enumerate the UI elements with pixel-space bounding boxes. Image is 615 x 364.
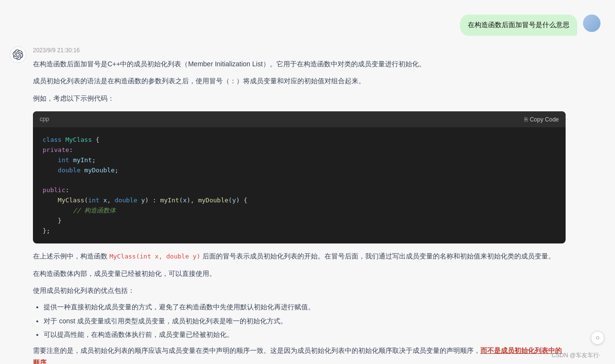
ai-message-row: 2023/9/9 21:30:16 在构造函数后面加冒号是C++中的成员初始化列…: [0, 41, 615, 364]
ai-timestamp: 2023/9/9 21:30:16: [33, 46, 566, 55]
user-message-row: 在构造函数后面加冒号是什么意思: [0, 10, 615, 41]
ai-text: 在构造函数后面加冒号是C++中的成员初始化列表（Member Initializ…: [33, 58, 566, 364]
benefit-item-2: 对于 const 成员变量或引用类型成员变量，成员初始化列表是唯一的初始化方式。: [44, 316, 566, 327]
user-avatar-image: [583, 15, 600, 32]
p7-pre: 需要注意的是，成员初始化列表的顺序应该与成员变量在类中声明的顺序一致。这是因为成…: [33, 347, 480, 354]
ai-paragraph-7: 需要注意的是，成员初始化列表的顺序应该与成员变量在类中声明的顺序一致。这是因为成…: [33, 345, 566, 364]
p4-pre: 在上述示例中，构造函数: [33, 252, 108, 260]
copy-code-button[interactable]: ⎘ Copy Code: [524, 116, 559, 123]
ai-paragraph-3: 例如，考虑以下示例代码：: [33, 92, 566, 105]
user-avatar: [583, 15, 600, 32]
bottom-bar: CSDN @车友车行·: [537, 347, 615, 364]
code-content: class MyClass { private: int myInt; doub…: [33, 127, 566, 243]
scroll-down-icon: ○: [596, 332, 600, 344]
brand-label: CSDN @车友车行·: [552, 352, 600, 359]
scroll-down-button[interactable]: ○: [591, 331, 604, 345]
copy-label: Copy Code: [530, 116, 559, 123]
p7-post: 。: [46, 359, 53, 364]
ai-paragraph-1: 在构造函数后面加冒号是C++中的成员初始化列表（Member Initializ…: [33, 58, 566, 70]
ai-paragraph-2: 成员初始化列表的语法是在构造函数的参数列表之后，使用冒号（：）将成员变量和对应的…: [33, 75, 566, 87]
ai-paragraph-4: 在上述示例中，构造函数 MyClass(int x, double y) 后面的…: [33, 250, 566, 262]
benefit-item-3: 可以提高性能，在构造函数体执行前，成员变量已经被初始化。: [44, 329, 566, 341]
copy-icon: ⎘: [524, 116, 528, 123]
chat-container: 在构造函数后面加冒号是什么意思 2023/9/9 21:30:16 在构造函数后…: [0, 0, 615, 364]
user-message-text: 在构造函数后面加冒号是什么意思: [468, 21, 569, 29]
code-block-header: cpp ⎘ Copy Code: [33, 111, 566, 128]
p4-post: 后面的冒号表示成员初始化列表的开始。在冒号后面，我们通过写出成员变量的名称和初始…: [202, 252, 555, 260]
user-bubble: 在构造函数后面加冒号是什么意思: [460, 15, 577, 36]
ai-paragraph-6: 使用成员初始化列表的优点包括：: [33, 285, 566, 297]
ai-content: 2023/9/9 21:30:16 在构造函数后面加冒号是C++中的成员初始化列…: [33, 46, 566, 364]
p4-code: MyClass(int x, double y): [109, 253, 200, 260]
chatgpt-icon: [13, 49, 23, 60]
benefits-list: 提供一种直接初始化成员变量的方式，避免了在构造函数中先使用默认初始化再进行赋值。…: [33, 302, 566, 341]
ai-paragraph-5: 在构造函数体内部，成员变量已经被初始化，可以直接使用。: [33, 268, 566, 280]
ai-avatar: [10, 46, 26, 63]
code-language: cpp: [40, 114, 49, 125]
code-block: cpp ⎘ Copy Code class MyClass { private:…: [33, 111, 566, 244]
benefit-item-1: 提供一种直接初始化成员变量的方式，避免了在构造函数中先使用默认初始化再进行赋值。: [44, 302, 566, 313]
